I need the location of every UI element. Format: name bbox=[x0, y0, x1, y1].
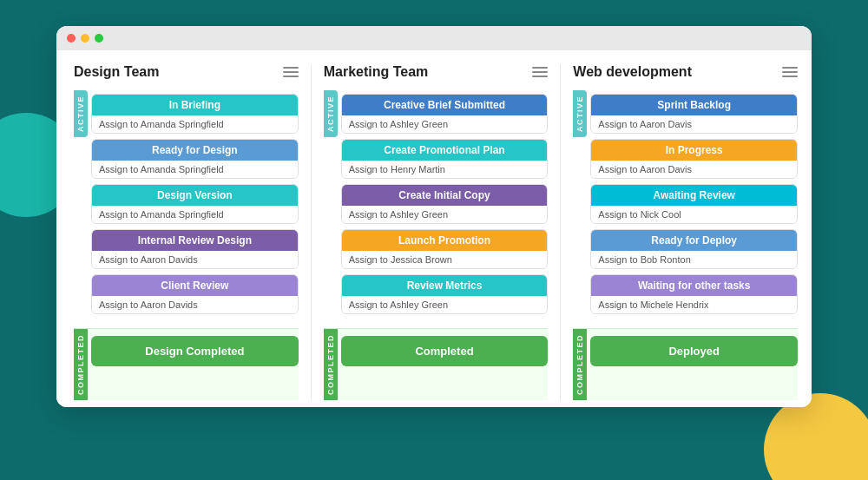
task-card-web-development-3[interactable]: Ready for DeployAssign to Bob Ronton bbox=[590, 229, 798, 269]
column-menu-icon-design-team[interactable] bbox=[283, 67, 299, 77]
browser-dot-red bbox=[67, 34, 76, 43]
task-card-body-web-development-1: Assign to Aaron Davis bbox=[591, 161, 797, 178]
column-title-design-team: Design Team bbox=[74, 64, 159, 80]
browser-window: Design TeamACTIVEIn BriefingAssign to Am… bbox=[56, 26, 812, 407]
completed-section-design-team: COMPLETEDDesign Completed bbox=[74, 328, 299, 400]
tasks-list-marketing-team: Creative Brief SubmittedAssign to Ashley… bbox=[338, 90, 549, 321]
kanban-column-web-development: Web developmentACTIVESprint BacklogAssig… bbox=[561, 64, 798, 400]
task-card-design-team-4[interactable]: Client ReviewAssign to Aaron Davids bbox=[91, 274, 299, 314]
completed-tasks-list-design-team: Design Completed bbox=[88, 329, 299, 400]
task-card-body-web-development-2: Assign to Nick Cool bbox=[591, 206, 797, 223]
completed-tasks-list-web-development: Deployed bbox=[587, 329, 798, 400]
task-card-design-team-3[interactable]: Internal Review DesignAssign to Aaron Da… bbox=[91, 229, 299, 269]
completed-label-marketing-team: COMPLETED bbox=[324, 329, 338, 400]
active-label-marketing-team: ACTIVE bbox=[324, 90, 338, 137]
column-title-marketing-team: Marketing Team bbox=[324, 64, 429, 80]
completed-label-design-team: COMPLETED bbox=[74, 329, 88, 400]
completed-label-web-development: COMPLETED bbox=[573, 329, 587, 400]
task-card-design-team-1[interactable]: Ready for DesignAssign to Amanda Springf… bbox=[91, 139, 299, 179]
task-card-header-marketing-team-3: Launch Promotion bbox=[342, 230, 548, 251]
task-card-marketing-team-3[interactable]: Launch PromotionAssign to Jessica Brown bbox=[341, 229, 549, 269]
task-card-body-web-development-3: Assign to Bob Ronton bbox=[591, 251, 797, 268]
task-card-body-web-development-0: Assign to Aaron Davis bbox=[591, 115, 797, 133]
completed-tasks-list-marketing-team: Completed bbox=[338, 329, 549, 400]
completed-task-btn-web-development[interactable]: Deployed bbox=[590, 336, 798, 366]
task-card-header-design-team-4: Client Review bbox=[92, 275, 298, 296]
task-card-body-design-team-1: Assign to Amanda Springfield bbox=[92, 161, 298, 178]
column-header-marketing-team: Marketing Team bbox=[324, 64, 549, 80]
task-card-header-design-team-3: Internal Review Design bbox=[92, 230, 298, 251]
task-card-header-web-development-1: In Progress bbox=[591, 140, 797, 161]
column-menu-icon-marketing-team[interactable] bbox=[532, 67, 548, 77]
completed-task-btn-marketing-team[interactable]: Completed bbox=[341, 336, 549, 366]
task-card-web-development-2[interactable]: Awaiting ReviewAssign to Nick Cool bbox=[590, 184, 798, 224]
task-card-body-design-team-2: Assign to Amanda Springfield bbox=[92, 206, 298, 223]
task-card-body-marketing-team-0: Assign to Ashley Green bbox=[342, 115, 548, 133]
kanban-column-marketing-team: Marketing TeamACTIVECreative Brief Submi… bbox=[312, 64, 562, 400]
task-card-web-development-0[interactable]: Sprint BacklogAssign to Aaron Davis bbox=[590, 94, 798, 134]
task-card-web-development-4[interactable]: Waiting for other tasksAssign to Michele… bbox=[590, 274, 798, 314]
task-card-header-marketing-team-4: Review Metrics bbox=[342, 275, 548, 296]
kanban-area: Design TeamACTIVEIn BriefingAssign to Am… bbox=[56, 50, 812, 400]
task-card-header-marketing-team-2: Create Initial Copy bbox=[342, 185, 548, 206]
task-card-marketing-team-2[interactable]: Create Initial CopyAssign to Ashley Gree… bbox=[341, 184, 549, 224]
page-title bbox=[0, 0, 868, 26]
active-section-web-development: ACTIVESprint BacklogAssign to Aaron Davi… bbox=[573, 90, 798, 321]
task-card-header-web-development-2: Awaiting Review bbox=[591, 185, 797, 206]
task-card-header-design-team-0: In Briefing bbox=[92, 95, 298, 115]
task-card-body-marketing-team-2: Assign to Ashley Green bbox=[342, 206, 548, 223]
task-card-header-marketing-team-0: Creative Brief Submitted bbox=[342, 95, 548, 115]
task-card-header-web-development-0: Sprint Backlog bbox=[591, 95, 797, 115]
completed-task-btn-design-team[interactable]: Design Completed bbox=[91, 336, 299, 366]
task-card-body-marketing-team-3: Assign to Jessica Brown bbox=[342, 251, 548, 268]
completed-section-marketing-team: COMPLETEDCompleted bbox=[324, 328, 549, 400]
task-card-body-web-development-4: Assign to Michele Hendrix bbox=[591, 296, 797, 313]
task-card-marketing-team-4[interactable]: Review MetricsAssign to Ashley Green bbox=[341, 274, 549, 314]
column-header-design-team: Design Team bbox=[74, 64, 299, 80]
tasks-list-web-development: Sprint BacklogAssign to Aaron DavisIn Pr… bbox=[587, 90, 798, 321]
task-card-web-development-1[interactable]: In ProgressAssign to Aaron Davis bbox=[590, 139, 798, 179]
active-label-design-team: ACTIVE bbox=[74, 90, 88, 137]
task-card-header-web-development-4: Waiting for other tasks bbox=[591, 275, 797, 296]
task-card-body-marketing-team-4: Assign to Ashley Green bbox=[342, 296, 548, 313]
task-card-header-design-team-2: Design Version bbox=[92, 185, 298, 206]
browser-bar bbox=[56, 26, 812, 50]
task-card-header-web-development-3: Ready for Deploy bbox=[591, 230, 797, 251]
kanban-column-design-team: Design TeamACTIVEIn BriefingAssign to Am… bbox=[70, 64, 312, 400]
task-card-header-marketing-team-1: Create Promotional Plan bbox=[342, 140, 548, 161]
browser-dot-yellow bbox=[81, 34, 89, 43]
tasks-list-design-team: In BriefingAssign to Amanda SpringfieldR… bbox=[88, 90, 299, 321]
task-card-marketing-team-0[interactable]: Creative Brief SubmittedAssign to Ashley… bbox=[341, 94, 549, 134]
task-card-design-team-0[interactable]: In BriefingAssign to Amanda Springfield bbox=[91, 94, 299, 134]
task-card-body-design-team-3: Assign to Aaron Davids bbox=[92, 251, 298, 268]
active-section-marketing-team: ACTIVECreative Brief SubmittedAssign to … bbox=[324, 90, 549, 321]
column-menu-icon-web-development[interactable] bbox=[782, 67, 798, 77]
task-card-marketing-team-1[interactable]: Create Promotional PlanAssign to Henry M… bbox=[341, 139, 549, 179]
browser-dot-green bbox=[95, 34, 103, 43]
task-card-body-design-team-0: Assign to Amanda Springfield bbox=[92, 115, 298, 133]
task-card-header-design-team-1: Ready for Design bbox=[92, 140, 298, 161]
active-section-design-team: ACTIVEIn BriefingAssign to Amanda Spring… bbox=[74, 90, 299, 321]
task-card-body-marketing-team-1: Assign to Henry Martin bbox=[342, 161, 548, 178]
column-header-web-development: Web development bbox=[573, 64, 798, 80]
completed-section-web-development: COMPLETEDDeployed bbox=[573, 328, 798, 400]
active-label-web-development: ACTIVE bbox=[573, 90, 587, 137]
task-card-design-team-2[interactable]: Design VersionAssign to Amanda Springfie… bbox=[91, 184, 299, 224]
task-card-body-design-team-4: Assign to Aaron Davids bbox=[92, 296, 298, 313]
column-title-web-development: Web development bbox=[573, 64, 692, 80]
